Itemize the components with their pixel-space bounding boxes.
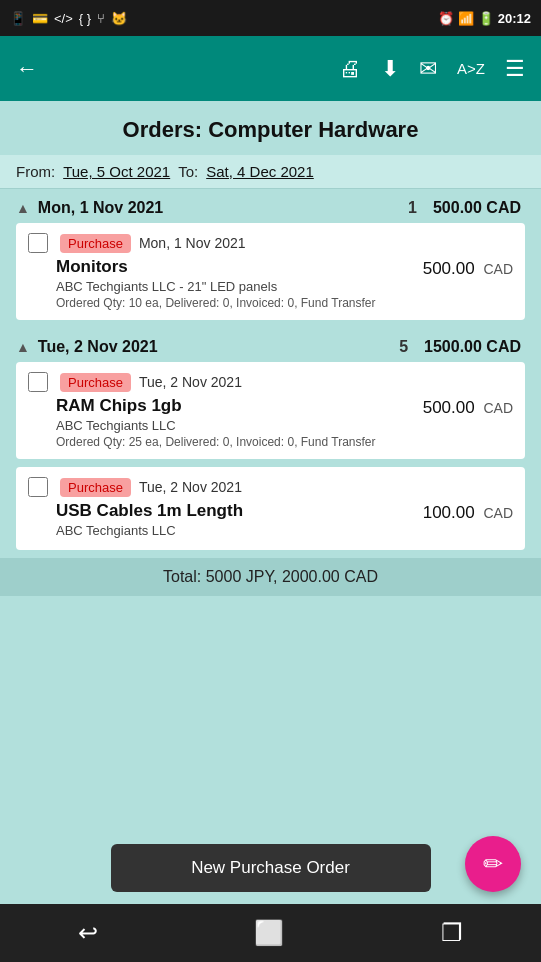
order-checkbox-1[interactable] <box>28 233 48 253</box>
usb-icon: ⑂ <box>97 11 105 26</box>
download-button[interactable]: ⬇ <box>381 56 399 82</box>
fab-icon: ✏ <box>483 850 503 878</box>
total-label: Total: <box>163 568 201 585</box>
order-amount-value-3: 100.00 <box>423 503 475 522</box>
order-checkbox-2[interactable] <box>28 372 48 392</box>
group-date-2: Tue, 2 Nov 2021 <box>38 338 399 356</box>
to-date[interactable]: Sat, 4 Dec 2021 <box>206 163 314 180</box>
brackets-icon: { } <box>79 11 91 26</box>
total-value: 5000 JPY, 2000.00 CAD <box>206 568 378 585</box>
orders-list: ▲ Mon, 1 Nov 2021 1 500.00 CAD Purchase … <box>16 189 525 558</box>
new-order-button[interactable]: New Purchase Order <box>111 844 431 892</box>
group-header-1: ▲ Mon, 1 Nov 2021 1 500.00 CAD <box>16 189 525 223</box>
whatsapp-icon: 📱 <box>10 11 26 26</box>
bottom-nav: ↩ ⬜ ❐ <box>0 904 541 962</box>
order-card-1: Purchase Mon, 1 Nov 2021 Monitors ABC Te… <box>16 223 525 320</box>
order-amount-1: 500.00 CAD <box>423 259 513 279</box>
order-date-label-3: Tue, 2 Nov 2021 <box>139 479 242 495</box>
cat-icon: 🐱 <box>111 11 127 26</box>
email-button[interactable]: ✉ <box>419 56 437 82</box>
group-total-1: 500.00 CAD <box>433 199 521 217</box>
main-content: Orders: Computer Hardware From: Tue, 5 O… <box>0 101 541 558</box>
to-label: To: <box>178 163 198 180</box>
order-amount-3: 100.00 CAD <box>423 503 513 523</box>
status-bar: 📱 💳 </> { } ⑂ 🐱 ⏰ 📶 🔋 20:12 <box>0 0 541 36</box>
order-supplier-1: ABC Techgiants LLC - 21" LED panels <box>56 279 513 294</box>
order-card-header-3: Purchase Tue, 2 Nov 2021 <box>28 477 513 497</box>
tag-purchase-3: Purchase <box>60 478 131 497</box>
order-currency-1: CAD <box>483 261 513 277</box>
nav-back-button[interactable]: ↩ <box>78 919 98 947</box>
sim-icon: 💳 <box>32 11 48 26</box>
order-checkbox-3[interactable] <box>28 477 48 497</box>
nav-actions: 🖨 ⬇ ✉ A>Z ☰ <box>339 56 525 82</box>
order-card-header-1: Purchase Mon, 1 Nov 2021 <box>28 233 513 253</box>
order-card-3: Purchase Tue, 2 Nov 2021 USB Cables 1m L… <box>16 467 525 550</box>
tag-purchase-2: Purchase <box>60 373 131 392</box>
time-display: 20:12 <box>498 11 531 26</box>
group-total-2: 1500.00 CAD <box>424 338 521 356</box>
menu-button[interactable]: ☰ <box>505 56 525 82</box>
sort-button[interactable]: A>Z <box>457 60 485 77</box>
order-card-header-2: Purchase Tue, 2 Nov 2021 <box>28 372 513 392</box>
order-details-2: Ordered Qty: 25 ea, Delivered: 0, Invoic… <box>56 435 513 449</box>
date-filter: From: Tue, 5 Oct 2021 To: Sat, 4 Dec 202… <box>0 155 541 189</box>
order-currency-2: CAD <box>483 400 513 416</box>
nav-home-button[interactable]: ⬜ <box>254 919 284 947</box>
total-bar: Total: 5000 JPY, 2000.00 CAD <box>0 558 541 596</box>
status-icons-left: 📱 💳 </> { } ⑂ 🐱 <box>10 11 127 26</box>
signal-icon: 📶 <box>458 11 474 26</box>
page-title: Orders: Computer Hardware <box>16 117 525 143</box>
from-date[interactable]: Tue, 5 Oct 2021 <box>63 163 170 180</box>
order-card-2: Purchase Tue, 2 Nov 2021 RAM Chips 1gb A… <box>16 362 525 459</box>
order-amount-value-1: 500.00 <box>423 259 475 278</box>
alarm-icon: ⏰ <box>438 11 454 26</box>
group-header-2: ▲ Tue, 2 Nov 2021 5 1500.00 CAD <box>16 328 525 362</box>
order-currency-3: CAD <box>483 505 513 521</box>
group-date-1: Mon, 1 Nov 2021 <box>38 199 408 217</box>
order-supplier-3: ABC Techgiants LLC <box>56 523 513 538</box>
print-button[interactable]: 🖨 <box>339 56 361 82</box>
collapse-icon-1[interactable]: ▲ <box>16 200 30 216</box>
nav-bar: ← 🖨 ⬇ ✉ A>Z ☰ <box>0 36 541 101</box>
fab-button[interactable]: ✏ <box>465 836 521 892</box>
nav-recents-button[interactable]: ❐ <box>441 919 463 947</box>
order-details-1: Ordered Qty: 10 ea, Delivered: 0, Invoic… <box>56 296 513 310</box>
from-label: From: <box>16 163 55 180</box>
status-icons-right: ⏰ 📶 🔋 20:12 <box>438 11 531 26</box>
order-date-label-2: Tue, 2 Nov 2021 <box>139 374 242 390</box>
code-icon: </> <box>54 11 73 26</box>
collapse-icon-2[interactable]: ▲ <box>16 339 30 355</box>
group-count-2: 5 <box>399 338 408 356</box>
order-amount-2: 500.00 CAD <box>423 398 513 418</box>
bottom-bar: New Purchase Order <box>0 834 541 902</box>
battery-icon: 🔋 <box>478 11 494 26</box>
back-button[interactable]: ← <box>16 56 38 82</box>
group-count-1: 1 <box>408 199 417 217</box>
order-date-label-1: Mon, 1 Nov 2021 <box>139 235 246 251</box>
order-amount-value-2: 500.00 <box>423 398 475 417</box>
order-supplier-2: ABC Techgiants LLC <box>56 418 513 433</box>
tag-purchase-1: Purchase <box>60 234 131 253</box>
